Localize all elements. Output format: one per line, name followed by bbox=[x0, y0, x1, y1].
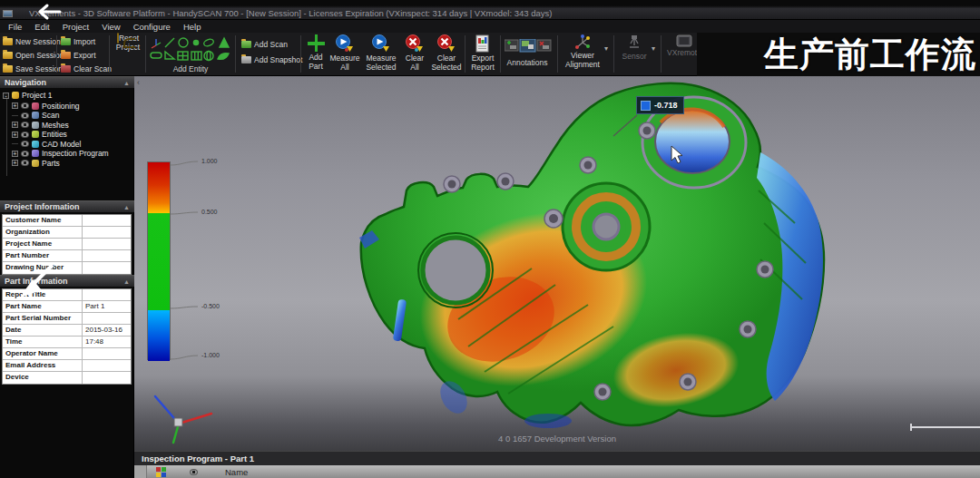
part-number-field[interactable] bbox=[83, 250, 131, 261]
tree-item-scan[interactable]: Scan bbox=[0, 111, 134, 121]
export-report-icon bbox=[475, 34, 490, 53]
collapse-chevron-icon[interactable]: ▲ bbox=[123, 201, 130, 213]
tree-item-project[interactable]: - Project 1 bbox=[0, 91, 134, 101]
3d-viewport[interactable]: ‹ 1.000 0.500 -0.500 -1.000 4 0 1657 Dev… bbox=[134, 76, 980, 451]
viewport-scale-ruler bbox=[910, 426, 980, 428]
project-name-field[interactable] bbox=[83, 239, 131, 249]
customer-name-field[interactable] bbox=[83, 215, 131, 226]
back-arrow-icon[interactable] bbox=[33, 2, 64, 22]
collapse-chevron-icon[interactable]: ▲ bbox=[123, 77, 130, 89]
menu-file[interactable]: File bbox=[8, 22, 22, 32]
table-row: Report Title bbox=[3, 289, 131, 301]
table-row: Date2015-03-16 bbox=[3, 325, 131, 337]
part-name-field[interactable]: Part 1 bbox=[83, 301, 131, 312]
operator-name-field[interactable] bbox=[83, 348, 131, 359]
import-icon bbox=[61, 38, 71, 45]
title-bar: VXelements - 3D Software Platform - Hand… bbox=[0, 0, 980, 20]
annotations-icons[interactable] bbox=[505, 39, 552, 53]
sensor-button[interactable]: Sensor bbox=[619, 34, 650, 62]
inspection-program-panel-header[interactable]: Inspection Program - Part 1 bbox=[134, 451, 980, 465]
add-snapshot-button[interactable]: Add Snapshot bbox=[241, 54, 302, 65]
report-title-field[interactable] bbox=[83, 289, 131, 300]
part-information-panel-header[interactable]: Part Information ▲ bbox=[0, 275, 134, 287]
sidebar-collapse-icon[interactable]: ‹ bbox=[137, 78, 140, 87]
field-label: Email Address bbox=[3, 360, 83, 371]
workflow-caption-overlay: 生产前工作流 bbox=[697, 33, 980, 76]
add-scan-button[interactable]: Add Scan bbox=[241, 38, 288, 50]
tree-label: Meshes bbox=[42, 121, 69, 130]
drawing-number-field[interactable] bbox=[83, 262, 131, 274]
expander-icon[interactable]: - bbox=[3, 93, 9, 99]
menu-project[interactable]: Project bbox=[63, 22, 90, 32]
menu-help[interactable]: Help bbox=[183, 22, 201, 32]
name-column-header[interactable]: Name bbox=[225, 467, 248, 477]
export-label: Export bbox=[74, 51, 96, 60]
tree-item-cad-model[interactable]: CAD Model bbox=[0, 140, 134, 150]
tree-item-positioning[interactable]: + Positioning bbox=[0, 102, 134, 112]
field-label: Date bbox=[3, 325, 83, 336]
toolbar-separator bbox=[557, 35, 558, 73]
tree-item-entities[interactable]: + Entities bbox=[0, 130, 134, 140]
export-report-button[interactable]: Export Report bbox=[467, 34, 498, 72]
export-icon bbox=[61, 52, 71, 59]
expander-icon[interactable]: + bbox=[12, 132, 18, 138]
measure-all-button[interactable]: Measure All bbox=[328, 34, 361, 72]
clear-all-button[interactable]: Clear All bbox=[401, 34, 428, 72]
scale-tick-upper: 0.500 bbox=[201, 209, 218, 215]
viewer-alignment-label: Viewer Alignment bbox=[565, 51, 600, 69]
organization-field[interactable] bbox=[83, 227, 131, 238]
export-button[interactable]: Export bbox=[61, 49, 96, 61]
viewer-alignment-button[interactable]: Viewer Alignment bbox=[563, 34, 603, 69]
reset-project-button[interactable]: Reset Project bbox=[113, 34, 143, 52]
part-serial-number-field[interactable] bbox=[83, 313, 131, 324]
new-session-button[interactable]: New Session bbox=[3, 35, 61, 47]
measure-all-icon bbox=[336, 34, 354, 53]
import-button[interactable]: Import bbox=[61, 35, 95, 47]
add-scan-label: Add Scan bbox=[254, 40, 288, 49]
save-folder-icon bbox=[3, 65, 13, 73]
viewer-alignment-dropdown-icon[interactable]: ▾ bbox=[604, 44, 608, 53]
open-session-button[interactable]: Open Session bbox=[3, 49, 64, 61]
table-row: Operator Name bbox=[3, 348, 131, 360]
visibility-eye-icon[interactable] bbox=[21, 141, 29, 147]
expander-icon[interactable]: + bbox=[12, 102, 18, 109]
collapse-chevron-icon[interactable]: ▲ bbox=[123, 276, 130, 288]
menu-configure[interactable]: Configure bbox=[133, 22, 171, 32]
clear-selected-button[interactable]: Clear Selected bbox=[429, 34, 464, 72]
expander-icon[interactable]: + bbox=[12, 160, 18, 166]
save-session-button[interactable]: Save Session bbox=[3, 63, 63, 74]
toolbar-separator bbox=[300, 35, 301, 73]
menu-edit[interactable]: Edit bbox=[34, 22, 49, 32]
add-part-button[interactable]: Add Part bbox=[303, 34, 328, 71]
email-address-field[interactable] bbox=[83, 360, 131, 371]
device-field[interactable] bbox=[83, 372, 131, 384]
date-field[interactable]: 2015-03-16 bbox=[83, 325, 131, 336]
visibility-eye-icon[interactable] bbox=[21, 112, 29, 119]
part-information-header-label: Part Information bbox=[5, 277, 68, 286]
visibility-eye-icon[interactable] bbox=[21, 151, 29, 157]
project-information-panel-header[interactable]: Project Information ▲ bbox=[0, 200, 134, 212]
toolbar-separator bbox=[613, 35, 614, 73]
expander-icon[interactable]: + bbox=[12, 151, 18, 157]
add-entity-icons[interactable] bbox=[149, 36, 232, 62]
sensor-dropdown-icon[interactable]: ▾ bbox=[652, 44, 655, 53]
visibility-eye-icon[interactable] bbox=[21, 122, 29, 128]
measure-selected-button[interactable]: Measure Selected bbox=[362, 34, 400, 72]
visibility-column-icon[interactable] bbox=[190, 469, 198, 475]
deviation-color-scale bbox=[147, 161, 171, 360]
visibility-eye-icon[interactable] bbox=[21, 160, 29, 166]
time-field[interactable]: 17:48 bbox=[83, 337, 131, 347]
navigation-panel-header[interactable]: Navigation ▲ bbox=[0, 76, 134, 88]
workflow-caption: 生产前工作流 bbox=[764, 32, 976, 78]
tree-item-parts[interactable]: + Parts bbox=[0, 159, 134, 169]
expander-icon[interactable]: + bbox=[12, 122, 18, 128]
visibility-eye-icon[interactable] bbox=[21, 132, 29, 138]
clear-scan-button[interactable]: Clear Scan bbox=[61, 63, 112, 74]
visibility-eye-icon[interactable] bbox=[21, 102, 29, 109]
tree-item-inspection-program[interactable]: + Inspection Program bbox=[0, 149, 134, 159]
tree-item-meshes[interactable]: + Meshes bbox=[0, 121, 134, 131]
menu-view[interactable]: View bbox=[102, 22, 120, 32]
annotations-group-label: Annotations bbox=[499, 58, 555, 67]
measure-status-column-icon[interactable] bbox=[156, 467, 166, 477]
row-selector-column bbox=[134, 465, 147, 478]
